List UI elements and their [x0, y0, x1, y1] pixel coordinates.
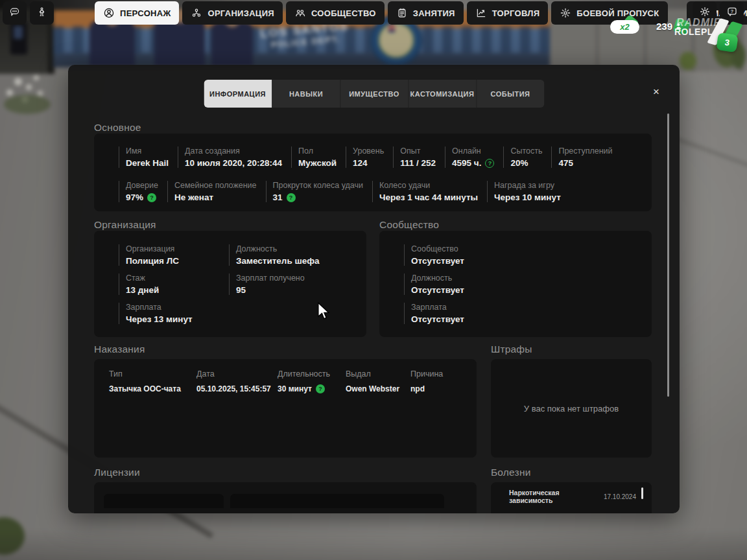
licenses-box: [94, 482, 477, 513]
chat-button[interactable]: [3, 1, 27, 25]
license-card[interactable]: [230, 494, 444, 508]
section-title-licenses: Лицензии: [94, 467, 140, 478]
topbar-tab-community[interactable]: СООБЩЕСТВО: [286, 1, 385, 25]
punishments-box: ТипДатаДлительностьВыдалПричинаЗатычка О…: [94, 359, 477, 458]
tab-label: СООБЩЕСТВО: [311, 8, 376, 18]
multiplier-badge: x2: [610, 20, 639, 34]
punishment-cell-duration: 30 минут?: [278, 384, 346, 393]
section-title-main: Основное: [94, 122, 141, 134]
punishment-cell-type: Затычка ООС-чата: [109, 384, 196, 393]
field-value: 475: [558, 158, 573, 168]
org-icon: [191, 7, 202, 19]
field-label: Должность: [236, 244, 320, 253]
panel-tab-information[interactable]: ИНФОРМАЦИЯ: [204, 80, 272, 108]
topbar-tab-battlepass[interactable]: БОЕВОЙ ПРОПУСК: [551, 1, 667, 25]
character-info-panel: ИНФОРМАЦИЯНАВЫКИИМУЩЕСТВОКАСТОМИЗАЦИЯСОБ…: [68, 65, 680, 513]
community-field: ЗарплатаОтсутствует: [404, 303, 464, 324]
organization-field: ДолжностьЗаместитель шефа: [229, 244, 320, 266]
organization-field: ОрганизацияПолиция ЛС: [119, 244, 229, 266]
punishment-cell-reason: npd: [410, 384, 470, 393]
punishments-header: Выдал: [346, 369, 410, 379]
organization-field: Зарплат получено95: [229, 274, 320, 295]
main-info-box: ИмяDerek HailДата создания10 июля 2020, …: [94, 134, 652, 211]
field-label: Зарплат получено: [236, 274, 320, 283]
field-value: 111 / 252: [400, 158, 436, 168]
community-field: ДолжностьОтсутствует: [404, 274, 464, 295]
info-field: Дата создания10 июля 2020, 20:28:44: [178, 146, 282, 168]
question-icon: ?: [316, 384, 325, 393]
tab-label: ЗАНЯТИЯ: [413, 8, 455, 18]
topbar-tab-organization[interactable]: ОРГАНИЗАЦИЯ: [182, 1, 282, 25]
tasks-icon: [396, 7, 408, 19]
info-field: Доверие97%?: [119, 181, 158, 202]
field-value: Полиция ЛС: [126, 256, 179, 266]
field-value: Мужской: [298, 158, 337, 168]
field-label: Семейное положение: [174, 181, 257, 190]
topbar-tab-character[interactable]: ПЕРСОНАЖ: [95, 1, 179, 25]
panel-tab-events[interactable]: СОБЫТИЯ: [476, 80, 544, 108]
field-value: Не женат: [174, 192, 213, 202]
punishments-header: Причина: [410, 369, 470, 379]
tab-label: БОЕВОЙ ПРОПУСК: [576, 8, 659, 18]
field-value: Derek Hail: [126, 158, 169, 168]
info-field: Награда за игруЧерез 10 минут: [487, 181, 561, 202]
main-info-row: ИмяDerek HailДата создания10 июля 2020, …: [119, 146, 645, 168]
disease-date: 17.10.2024: [604, 493, 636, 500]
panel-scrollbar[interactable]: [667, 113, 669, 397]
field-label: Сытость: [510, 146, 542, 156]
panel-tab-customization[interactable]: КАСТОМИЗАЦИЯ: [408, 80, 476, 108]
field-label: Преступлений: [558, 146, 612, 156]
field-value: 13 дней: [126, 285, 159, 295]
topbar-tab-activities[interactable]: ЗАНЯТИЯ: [388, 1, 464, 25]
field-value: 97%: [126, 192, 143, 202]
question-icon: ?: [147, 193, 156, 202]
panel-tab-skills[interactable]: НАВЫКИ: [272, 80, 340, 108]
disease-name: Наркотическая зависимость: [509, 489, 604, 504]
info-field: ПолМужской: [291, 146, 337, 168]
notification-badge: 3: [716, 32, 738, 52]
battlepass-icon: [560, 7, 571, 19]
community-field: СообществоОтсутствует: [404, 244, 464, 266]
field-value: Отсутствует: [411, 314, 464, 324]
fines-empty-text: У вас пока нет штрафов: [491, 359, 652, 458]
section-title-punishments: Наказания: [94, 344, 145, 355]
panel-tab-property[interactable]: ИМУЩЕСТВО: [340, 80, 408, 108]
disease-row: Наркотическая зависимость17.10.2024: [509, 489, 636, 504]
field-value: Отсутствует: [411, 285, 464, 295]
field-value: Через 1 час 44 минуты: [379, 192, 478, 202]
field-value: 20%: [510, 158, 528, 168]
field-label: Пол: [298, 146, 337, 156]
field-label: Имя: [126, 146, 169, 156]
topbar-tab-trade[interactable]: ТОРГОВЛЯ: [467, 1, 549, 25]
info-field: Преступлений475: [551, 146, 612, 168]
field-value: Через 10 минут: [494, 192, 561, 202]
top-navigation: ПЕРСОНАЖОРГАНИЗАЦИЯСООБЩЕСТВОЗАНЯТИЯТОРГ…: [95, 1, 747, 25]
wardrobe-button[interactable]: [30, 1, 54, 25]
question-icon: ?: [287, 193, 296, 202]
trade-icon: [475, 7, 487, 19]
punishment-cell-issuer: Owen Webster: [346, 384, 410, 393]
field-label: Дата создания: [185, 146, 282, 156]
field-value: 95: [236, 285, 246, 295]
tab-label: ОРГАНИЗАЦИЯ: [208, 8, 274, 18]
punishment-cell-date: 05.10.2025, 15:45:57: [196, 384, 278, 393]
punishments-header: Дата: [196, 369, 278, 379]
field-label: Должность: [411, 274, 464, 283]
field-label: Сообщество: [411, 244, 464, 253]
chat-bubble-icon: [9, 6, 20, 20]
field-label: Зарплата: [126, 303, 229, 312]
punishments-header: Длительность: [278, 369, 346, 379]
svg-text:?: ?: [730, 9, 733, 14]
license-card[interactable]: [104, 494, 224, 508]
info-field: Опыт111 / 252: [393, 146, 436, 168]
field-value: Заместитель шефа: [236, 256, 320, 266]
info-field: Онлайн4595 ч.?: [445, 146, 494, 168]
field-label: Колесо удачи: [379, 181, 478, 190]
close-button[interactable]: ×: [649, 85, 663, 99]
tab-label: ПЕРСОНАЖ: [120, 8, 171, 18]
diseases-scrollbar[interactable]: [641, 487, 643, 499]
field-label: Уровень: [353, 146, 384, 156]
section-title-community: Сообщество: [379, 219, 439, 231]
field-label: Награда за игру: [494, 181, 561, 190]
field-value: 4595 ч.: [452, 158, 481, 168]
